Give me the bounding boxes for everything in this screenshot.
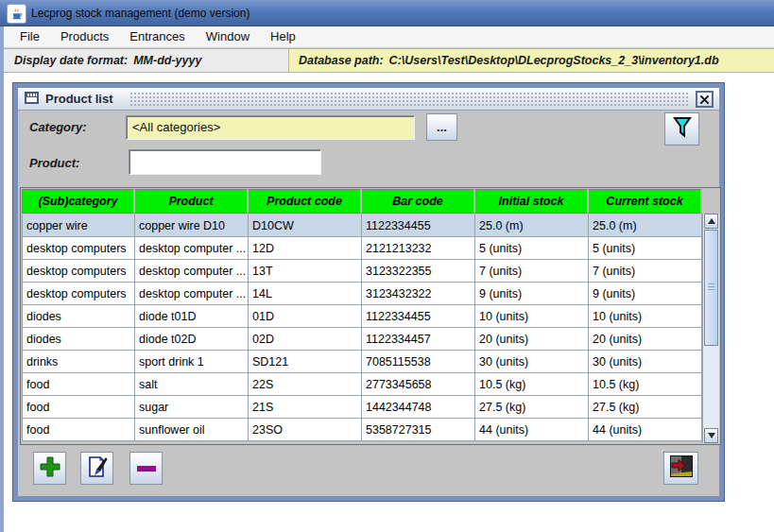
scrollbar-thumb[interactable] bbox=[704, 230, 718, 346]
table-row[interactable]: desktop computersdesktop computer ...14L… bbox=[22, 283, 703, 305]
table-cell[interactable]: 21S bbox=[249, 396, 362, 419]
table-cell[interactable]: 20 (units) bbox=[475, 328, 589, 351]
product-search-input[interactable] bbox=[129, 149, 321, 175]
table-cell[interactable]: desktop computer ... bbox=[135, 283, 249, 305]
table-cell[interactable]: 1442344748 bbox=[362, 396, 475, 419]
table-cell[interactable]: desktop computer ... bbox=[135, 237, 249, 260]
table-cell[interactable]: 25.0 (m) bbox=[589, 215, 702, 237]
table-cell[interactable]: 30 (units) bbox=[589, 351, 702, 373]
table-cell[interactable]: 5 (units) bbox=[589, 237, 702, 260]
table-cell[interactable]: diode t02D bbox=[135, 328, 249, 351]
table-row[interactable]: drinkssport drink 1SD121708511553830 (un… bbox=[22, 351, 703, 373]
column-header[interactable]: Current stock bbox=[589, 189, 702, 214]
column-header[interactable]: Product code bbox=[249, 189, 362, 214]
table-cell[interactable]: 7 (units) bbox=[475, 260, 589, 283]
table-cell[interactable]: 13T bbox=[249, 260, 362, 283]
info-bar: Display date format: MM-dd-yyyy Database… bbox=[4, 48, 774, 73]
table-cell[interactable]: desktop computer ... bbox=[135, 260, 249, 283]
table-row[interactable]: foodsunflower oil23SO535872731544 (units… bbox=[22, 419, 703, 441]
category-field[interactable]: <All categories> bbox=[126, 115, 415, 140]
table-cell[interactable]: 2121213232 bbox=[362, 237, 475, 260]
category-browse-button[interactable]: ... bbox=[426, 113, 457, 141]
scroll-down-icon[interactable] bbox=[704, 428, 718, 443]
edit-product-button[interactable] bbox=[80, 452, 113, 485]
menu-item-file[interactable]: File bbox=[9, 26, 50, 47]
menu-item-help[interactable]: Help bbox=[260, 26, 306, 47]
table-cell[interactable]: 44 (units) bbox=[475, 419, 589, 441]
table-cell[interactable]: food bbox=[22, 396, 135, 419]
table-cell[interactable]: 9 (units) bbox=[589, 283, 702, 305]
table-row[interactable]: diodesdiode t01D01D112233445510 (units)1… bbox=[22, 305, 703, 328]
table-cell[interactable]: 23SO bbox=[249, 419, 362, 441]
table-cell[interactable]: copper wire bbox=[22, 215, 135, 237]
table-row[interactable]: desktop computersdesktop computer ...12D… bbox=[22, 237, 703, 260]
product-list-frame: Product list Category: <All categories> … bbox=[13, 83, 724, 501]
menu-item-products[interactable]: Products bbox=[50, 26, 119, 47]
table-cell[interactable]: 27.5 (kg) bbox=[475, 396, 589, 419]
exit-button[interactable] bbox=[663, 452, 698, 485]
table-cell[interactable]: drinks bbox=[22, 351, 135, 373]
product-list-frame-titlebar[interactable]: Product list bbox=[18, 88, 719, 111]
filter-button[interactable] bbox=[664, 112, 699, 146]
table-cell[interactable]: diodes bbox=[22, 328, 135, 351]
table-cell[interactable]: desktop computers bbox=[22, 237, 135, 260]
date-format-value: MM-dd-yyyy bbox=[133, 54, 201, 67]
table-cell[interactable]: sport drink 1 bbox=[135, 351, 249, 373]
table-cell[interactable]: 7085115538 bbox=[362, 351, 475, 373]
table-cell[interactable]: 02D bbox=[249, 328, 362, 351]
table-row[interactable]: desktop computersdesktop computer ...13T… bbox=[22, 260, 703, 283]
table-cell[interactable]: SD121 bbox=[249, 351, 362, 373]
table-cell[interactable]: 3123322355 bbox=[362, 260, 475, 283]
table-cell[interactable]: 1122334457 bbox=[362, 328, 475, 351]
table-cell[interactable]: desktop computers bbox=[22, 283, 135, 305]
table-cell[interactable]: copper wire D10 bbox=[135, 215, 249, 237]
table-cell[interactable]: 1122334455 bbox=[362, 305, 475, 328]
table-cell[interactable]: 12D bbox=[249, 237, 362, 260]
table-cell[interactable]: diodes bbox=[22, 305, 135, 328]
table-cell[interactable]: 14L bbox=[249, 283, 362, 305]
table-row[interactable]: diodesdiode t02D02D112233445720 (units)2… bbox=[22, 328, 703, 351]
table-cell[interactable]: 7 (units) bbox=[589, 260, 702, 283]
column-header[interactable]: Initial stock bbox=[475, 189, 589, 214]
column-header[interactable]: Product bbox=[135, 189, 249, 214]
table-cell[interactable]: 5 (units) bbox=[475, 237, 589, 260]
table-cell[interactable]: 10 (units) bbox=[589, 305, 702, 328]
close-icon[interactable] bbox=[696, 91, 714, 108]
vertical-scrollbar[interactable] bbox=[702, 214, 719, 443]
table-cell[interactable]: 10.5 (kg) bbox=[589, 373, 702, 396]
table-cell[interactable]: food bbox=[22, 373, 135, 396]
remove-product-button[interactable] bbox=[129, 452, 163, 485]
table-cell[interactable]: sunflower oil bbox=[135, 419, 249, 441]
table-cell[interactable]: 01D bbox=[249, 305, 362, 328]
table-cell[interactable]: 10 (units) bbox=[475, 305, 589, 328]
scroll-up-icon[interactable] bbox=[704, 214, 718, 229]
table-row[interactable]: foodsugar21S144234474827.5 (kg)27.5 (kg) bbox=[22, 396, 703, 419]
column-header[interactable]: (Sub)category bbox=[22, 189, 135, 214]
table-cell[interactable]: 10.5 (kg) bbox=[475, 373, 589, 396]
table-cell[interactable]: 27.5 (kg) bbox=[589, 396, 702, 419]
table-cell[interactable]: sugar bbox=[135, 396, 249, 419]
menu-item-window[interactable]: Window bbox=[196, 26, 260, 47]
add-product-button[interactable] bbox=[33, 452, 66, 485]
table-cell[interactable]: 5358727315 bbox=[362, 419, 475, 441]
table-cell[interactable]: 30 (units) bbox=[475, 351, 589, 373]
table-cell[interactable]: 44 (units) bbox=[589, 419, 702, 441]
menu-item-entrances[interactable]: Entrances bbox=[119, 26, 196, 47]
table-cell[interactable]: 9 (units) bbox=[475, 283, 589, 305]
table-cell[interactable]: D10CW bbox=[249, 215, 362, 237]
table-cell[interactable]: 3123432322 bbox=[362, 283, 475, 305]
table-cell[interactable]: 22S bbox=[249, 373, 362, 396]
product-list-content: Category: <All categories> ... Product: … bbox=[18, 111, 719, 496]
column-header[interactable]: Bar code bbox=[362, 189, 475, 214]
window-titlebar[interactable]: Lecprog stock management (demo version) bbox=[0, 0, 774, 26]
table-cell[interactable]: diode t01D bbox=[135, 305, 249, 328]
table-row[interactable]: foodsalt22S277334565810.5 (kg)10.5 (kg) bbox=[22, 373, 703, 396]
table-cell[interactable]: 25.0 (m) bbox=[475, 215, 589, 237]
table-cell[interactable]: 20 (units) bbox=[589, 328, 702, 351]
table-row[interactable]: copper wirecopper wire D10D10CW112233445… bbox=[22, 215, 703, 237]
table-cell[interactable]: desktop computers bbox=[22, 260, 135, 283]
table-cell[interactable]: food bbox=[22, 419, 135, 441]
table-cell[interactable]: salt bbox=[135, 373, 249, 396]
table-cell[interactable]: 2773345658 bbox=[362, 373, 475, 396]
table-cell[interactable]: 1122334455 bbox=[362, 215, 475, 237]
